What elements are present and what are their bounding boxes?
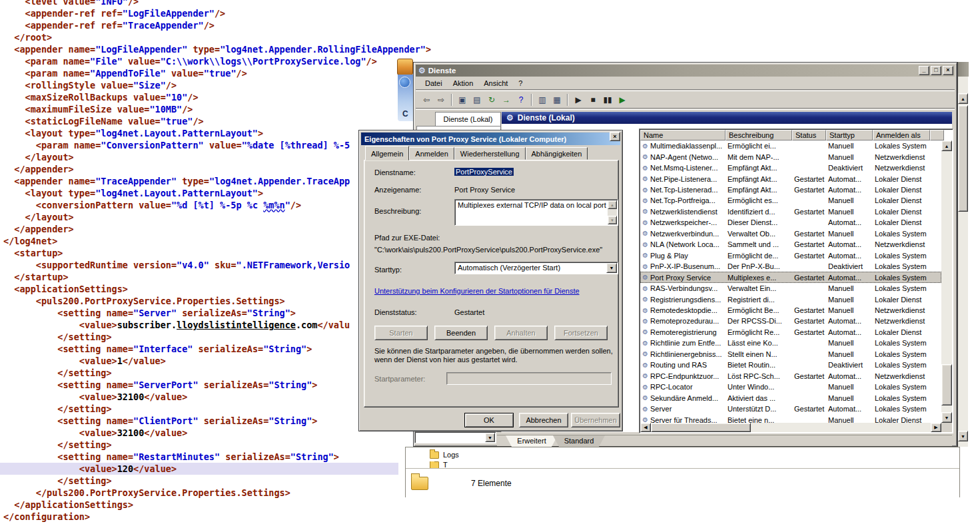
scroll-up-icon[interactable]: ▲ (608, 200, 617, 209)
column-header-anmelden-als[interactable]: Anmelden als (873, 130, 930, 140)
code-line[interactable]: <value>32100</value> (0, 427, 398, 439)
beenden-button[interactable]: Beenden (434, 326, 488, 340)
view-tab-erweitert[interactable]: Erweitert (506, 435, 558, 447)
uebernehmen-button[interactable]: Übernehmen (571, 413, 620, 427)
close-button[interactable]: × (943, 66, 953, 75)
service-row[interactable]: ⚙Richtlinie zum Entfe...Lässt eine Ko...… (640, 338, 941, 348)
service-row[interactable]: ⚙NetzwerklistendienstIdentifiziert d...G… (640, 206, 941, 217)
code-line[interactable]: <value>subscriber.lloydslistintelligence… (0, 319, 398, 331)
service-row[interactable]: ⚙Server für Threads...Bietet eine n...Ma… (640, 414, 941, 423)
column-header-name[interactable]: Name (640, 130, 726, 140)
code-line[interactable]: <param name="File" value="C:\\work\\logs… (0, 55, 398, 67)
service-row[interactable]: ⚙Net.Tcp-Listenerad...Empfängt Akt...Ges… (640, 184, 941, 195)
code-line[interactable]: </appender> (0, 163, 398, 175)
service-row[interactable]: ⚙NLA (Network Loca...Sammelt und ...Gest… (640, 239, 941, 250)
service-row[interactable]: ⚙Remotedesktopdie...Ermöglicht Be...Gest… (640, 305, 941, 316)
tab-anmelden[interactable]: Anmelden (409, 147, 454, 160)
code-line[interactable]: <setting name="Interface" serializeAs="S… (0, 343, 398, 355)
code-line[interactable]: </applicationSettings> (0, 499, 398, 511)
services-titlebar[interactable]: ⚙ Dienste _□× (416, 65, 955, 77)
code-line[interactable]: </setting> (0, 439, 398, 451)
code-line[interactable]: </startup> (0, 271, 398, 283)
scroll-up-icon[interactable]: ▲ (941, 140, 952, 151)
code-line[interactable]: <value>1</value> (0, 355, 398, 367)
start-service-icon[interactable]: ▶ (571, 93, 586, 107)
code-line[interactable]: <setting name="ServerPort" serializeAs="… (0, 379, 398, 391)
code-line[interactable]: <value>120</value> (0, 463, 398, 475)
service-row[interactable]: ⚙PnP-X-IP-Busenum...Der PnP-X-Bu...Deakt… (640, 261, 941, 272)
code-line[interactable]: <setting name="ClientPort" serializeAs="… (0, 415, 398, 427)
scroll-right-icon[interactable]: ▶ (931, 423, 941, 432)
service-row[interactable]: ⚙RAS-Verbindungsv...Verwaltet Ein...Manu… (640, 283, 941, 294)
maximize-button[interactable]: □ (931, 66, 941, 75)
scroll-left-icon[interactable]: ◀ (640, 423, 651, 432)
service-row[interactable]: ⚙Multimediaklassenpl...Ermöglicht ei...M… (640, 140, 941, 151)
service-row[interactable]: ⚙Remoteprozedurau...Der RPCSS-Di...Gesta… (640, 316, 941, 326)
dienstname-value[interactable]: PortProxyService (454, 168, 514, 176)
code-line[interactable]: </layout> (0, 151, 398, 163)
view-tab-standard[interactable]: Standard (553, 435, 605, 447)
code-line[interactable]: </log4net> (0, 235, 398, 247)
export-list-icon[interactable]: → (499, 93, 514, 107)
dialog-titlebar[interactable]: Eigenschaften von Port Proxy Service (Lo… (361, 132, 620, 145)
anhalten-button[interactable]: Anhalten (494, 326, 548, 340)
service-row[interactable]: ⚙Net.Msmq-Listener...Empfängt Akt...Deak… (640, 162, 941, 173)
explorer-combobox[interactable]: ▼ (414, 431, 496, 443)
column-header-starttyp[interactable]: Starttyp (826, 130, 873, 140)
code-line[interactable]: <appender name="LogFileAppender" type="l… (0, 43, 431, 55)
scrollbar-thumb[interactable] (651, 423, 751, 432)
code-line[interactable]: <supportedRuntime version="v4.0" sku=".N… (0, 259, 398, 271)
beschreibung-scrollbar[interactable]: ▲ ▼ (608, 200, 617, 224)
code-line[interactable]: <staticLogFileName value="true"/> (0, 115, 398, 127)
code-line[interactable]: </configuration> (0, 511, 398, 523)
service-row[interactable]: ⚙Port Proxy ServiceMultiplexes e...Gesta… (640, 272, 941, 282)
column-header-status[interactable]: Status (792, 130, 826, 140)
code-line[interactable]: <value>32100</value> (0, 391, 398, 403)
service-row[interactable]: ⚙ServerUnterstützt D...GestartetAutomat.… (640, 403, 941, 414)
show-console-tree-icon[interactable]: ▣ (455, 93, 470, 107)
menu-item[interactable]: Datei (420, 77, 448, 89)
code-line[interactable]: <maxSizeRollBackups value="10"/> (0, 91, 398, 103)
starttyp-select[interactable]: Automatisch (Verzögerter Start) ▼ (454, 262, 618, 274)
code-line[interactable]: </setting> (0, 331, 398, 343)
folder-item[interactable]: Logs (430, 450, 459, 459)
service-row[interactable]: ⚙NAP-Agent (Netwo...Mit dem NAP-...Manue… (640, 151, 941, 162)
scrollbar-thumb[interactable] (941, 364, 952, 405)
pause-service-icon[interactable]: ▮▮ (600, 93, 615, 107)
tab-abhängigkeiten[interactable]: Abhängigkeiten (526, 147, 588, 160)
code-line[interactable]: <param name="ConversionPattern" value="%… (0, 139, 398, 151)
code-line[interactable]: <rollingStyle value="Size"/> (0, 79, 398, 91)
starten-button[interactable]: Starten (374, 326, 428, 340)
column-header-beschreibung[interactable]: Beschreibung (726, 130, 792, 140)
code-line[interactable]: </appender> (0, 223, 398, 235)
code-line[interactable]: <appender name="TraceAppender" type="log… (0, 175, 398, 187)
scroll-down-icon[interactable]: ▼ (941, 412, 952, 423)
code-line[interactable]: <layout type="log4net.Layout.PatternLayo… (0, 187, 398, 199)
service-row[interactable]: ⚙Net.Pipe-Listenera...Empfängt Akt...Ges… (640, 173, 941, 184)
code-line[interactable]: <conversionPattern value="%d [%t] %-5p %… (0, 199, 398, 211)
service-row[interactable]: ⚙Netzwerkspeicher-...Dieser Dienst...Aut… (640, 217, 941, 228)
scroll-up-icon[interactable]: ▲ (958, 93, 968, 104)
pane-view-icon[interactable]: ▥ (535, 93, 550, 107)
code-line[interactable]: </puls200.PortProxyService.Properties.Se… (0, 487, 398, 499)
code-line[interactable]: <maximumFileSize value="10MB"/> (0, 103, 398, 115)
code-line[interactable]: </setting> (0, 403, 398, 415)
help-icon[interactable]: ? (514, 93, 528, 107)
service-row[interactable]: ⚙RPC-LocatorUnter Windo...ManuellLokales… (640, 382, 941, 392)
properties-icon[interactable]: ▤ (470, 93, 484, 107)
minimize-button[interactable]: _ (919, 66, 929, 75)
code-line[interactable]: </setting> (0, 475, 398, 487)
service-row[interactable]: ⚙Plug & PlayErmöglicht de...GestartetAut… (640, 250, 941, 261)
code-line[interactable]: </root> (0, 31, 398, 43)
service-row[interactable]: ⚙Richtlinienergebniss...Stellt einen N..… (640, 349, 941, 360)
service-row[interactable]: ⚙RPC-Endpunktzuor...Löst RPC-Sch...Gesta… (640, 371, 941, 382)
code-line[interactable]: <appender-ref ref="TraceAppender"/> (0, 19, 398, 31)
stop-service-icon[interactable]: ■ (586, 93, 600, 107)
code-line[interactable]: <setting name="RestartMinutes" serialize… (0, 451, 398, 463)
detail-view-icon[interactable]: ▦ (550, 93, 564, 107)
service-row[interactable]: ⚙Net.Tcp-Portfreiga...Ermöglicht es...Ma… (640, 195, 941, 206)
refresh-icon[interactable]: ↻ (484, 93, 499, 107)
menu-item[interactable]: Ansicht (478, 77, 513, 89)
back-button-partial[interactable] (399, 77, 410, 88)
code-line[interactable]: <param name="AppendToFile" value="true"/… (0, 67, 398, 79)
